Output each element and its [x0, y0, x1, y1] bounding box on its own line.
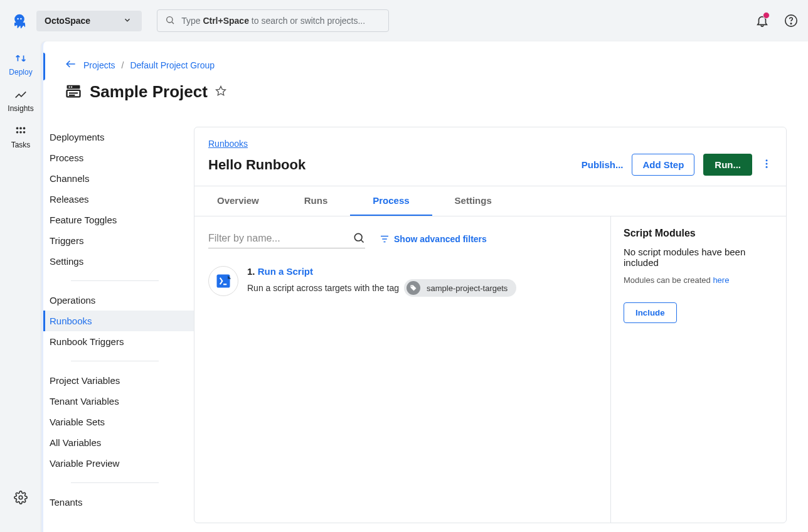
runbooks-crumb[interactable]: Runbooks [208, 139, 248, 149]
svg-point-1 [17, 18, 18, 19]
add-step-button[interactable]: Add Step [632, 154, 694, 176]
svg-line-26 [361, 240, 364, 242]
sidenav-item[interactable]: Project Variables [41, 370, 194, 391]
filter-input-wrap[interactable] [208, 229, 365, 248]
svg-point-25 [354, 233, 362, 241]
tab-process[interactable]: Process [350, 186, 432, 216]
breadcrumb: Projects / Default Project Group [43, 41, 808, 78]
publish-button[interactable]: Publish... [582, 159, 624, 170]
project-icon [65, 82, 82, 102]
page-title: Sample Project [90, 82, 208, 102]
target-tag-chip[interactable]: sample-project-targets [404, 279, 516, 297]
sidenav-item[interactable]: Tenants [41, 492, 194, 513]
sidenav-item[interactable]: Feature Toggles [41, 210, 194, 230]
include-button[interactable]: Include [624, 302, 677, 323]
step-title: 1. Run a Script [247, 266, 516, 277]
sidenav-item[interactable]: Operations [41, 290, 194, 311]
search-icon[interactable] [353, 231, 365, 246]
rail-deploy[interactable]: Deploy [9, 51, 32, 77]
sidenav-sep [43, 280, 194, 281]
svg-point-8 [19, 127, 22, 130]
script-step-icon [208, 266, 238, 296]
overflow-menu-icon[interactable] [761, 158, 772, 171]
svg-point-6 [790, 23, 791, 24]
star-icon[interactable] [215, 85, 226, 98]
search-input[interactable]: Type Ctrl+Space to search or switch proj… [157, 9, 389, 32]
notification-badge [763, 12, 770, 19]
sidenav-item[interactable]: All Variables [41, 432, 194, 453]
sidenav-item[interactable]: Settings [41, 251, 194, 272]
modules-hint: Modules can be created here [624, 275, 773, 285]
svg-rect-18 [69, 95, 75, 96]
runbook-card: Runbooks Hello Runbook Publish... Add St… [194, 127, 787, 523]
sidenav-sep [43, 361, 194, 361]
rail-tasks[interactable]: Tasks [11, 124, 31, 149]
modules-empty-text: No script modules have been included [624, 247, 773, 268]
chevron-down-icon [123, 16, 132, 26]
svg-marker-21 [216, 87, 225, 95]
space-selector[interactable]: OctoSpace [36, 11, 142, 31]
breadcrumb-projects[interactable]: Projects [83, 60, 115, 70]
sidenav-item[interactable]: Variable Sets [41, 412, 194, 432]
svg-line-4 [172, 22, 174, 24]
script-modules-panel: Script Modules No script modules have be… [610, 216, 786, 523]
tag-icon [407, 281, 420, 295]
tab-runs[interactable]: Runs [282, 186, 351, 216]
svg-point-10 [16, 131, 19, 134]
step-description: Run a script across targets with the tag… [247, 279, 516, 297]
filter-input[interactable] [208, 229, 353, 248]
svg-point-2 [20, 18, 21, 19]
step-name-link[interactable]: Run a Script [258, 266, 313, 277]
svg-point-24 [766, 166, 768, 168]
process-step[interactable]: 1. Run a Script Run a script across targ… [208, 266, 597, 297]
sidenav-item[interactable]: Runbook Triggers [41, 331, 194, 352]
svg-point-12 [23, 131, 26, 134]
back-arrow-icon[interactable] [65, 58, 77, 72]
sidenav-item[interactable]: Tenant Variables [41, 391, 194, 412]
sidenav-sep [43, 482, 194, 483]
sidenav-item[interactable]: Variable Preview [41, 453, 194, 474]
svg-point-22 [766, 159, 768, 161]
run-button[interactable]: Run... [703, 154, 752, 176]
svg-point-7 [16, 127, 19, 130]
project-sidenav: Deployments Process Channels Releases Fe… [43, 114, 194, 523]
sidenav-item[interactable]: Releases [41, 189, 194, 210]
advanced-filters-toggle[interactable]: Show advanced filters [379, 233, 487, 245]
main-panel: Projects / Default Project Group Sample … [41, 41, 808, 532]
sidenav-item[interactable]: Channels [41, 168, 194, 189]
rail-insights[interactable]: Insights [8, 88, 33, 113]
svg-point-19 [68, 86, 70, 87]
svg-rect-17 [69, 92, 78, 93]
svg-point-20 [71, 86, 72, 87]
svg-point-33 [412, 286, 413, 287]
search-icon [165, 15, 175, 27]
sidenav-item[interactable]: Process [41, 147, 194, 168]
tabs: Overview Runs Process Settings [194, 186, 786, 216]
notifications-button[interactable] [755, 14, 769, 28]
svg-point-23 [766, 163, 768, 165]
left-rail: Deploy Insights Tasks [0, 41, 41, 532]
svg-point-13 [19, 496, 23, 499]
modules-here-link[interactable]: here [713, 275, 729, 285]
process-column: Show advanced filters 1. Run a Script [194, 216, 610, 523]
tab-overview[interactable]: Overview [194, 186, 282, 216]
search-placeholder: Type Ctrl+Space to search or switch proj… [181, 16, 365, 26]
svg-point-3 [167, 16, 173, 22]
breadcrumb-group[interactable]: Default Project Group [130, 60, 215, 70]
modules-title: Script Modules [624, 228, 773, 239]
svg-point-11 [19, 131, 22, 134]
topbar: OctoSpace Type Ctrl+Space to search or s… [0, 0, 808, 41]
rail-settings[interactable] [14, 491, 28, 504]
tab-settings[interactable]: Settings [432, 186, 514, 216]
runbook-title: Hello Runbook [208, 157, 306, 173]
space-name: OctoSpace [45, 16, 90, 26]
sidenav-item[interactable]: Triggers [41, 230, 194, 251]
logo-icon[interactable] [10, 11, 29, 30]
help-button[interactable] [784, 14, 798, 28]
sidenav-item[interactable]: Deployments [41, 127, 194, 147]
svg-point-9 [23, 127, 26, 130]
sidenav-item-runbooks[interactable]: Runbooks [41, 311, 194, 331]
page-title-row: Sample Project [43, 78, 808, 114]
breadcrumb-sep: / [122, 60, 124, 70]
